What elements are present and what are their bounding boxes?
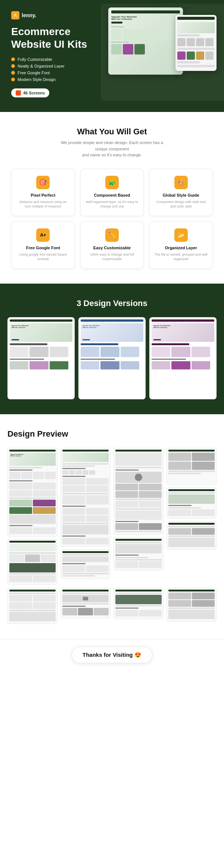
customize-icon: ✏️ — [105, 228, 119, 242]
preview-col-1: Upgrade Your WardrobeWith Our Collection — [7, 448, 57, 585]
badge-count: 46 Screens — [23, 91, 45, 95]
bullet-icon — [11, 64, 15, 68]
preview-screen-2 — [60, 448, 111, 547]
feature-card-layer: 📂 Organized Layer The file is named, gro… — [149, 221, 213, 269]
feature-desc: Well organized layer, so it's easy to ch… — [85, 200, 139, 209]
versions-section: 3 Design Versions Upgrade Your WardrobeW… — [0, 284, 224, 414]
feature-title: Pixel Perfect — [16, 193, 70, 197]
preview-screen-6 — [60, 549, 111, 579]
preview-col-2 — [60, 448, 111, 585]
preview-screen-12 — [113, 588, 164, 619]
hero-title: EcommerceWebsite UI Kits — [11, 25, 93, 50]
features-grid: 🎯 Pixel Perfect Distance and measure usi… — [11, 169, 213, 269]
preview-screen-4 — [167, 448, 217, 485]
preview-col-6 — [60, 588, 111, 624]
layer-icon: 📂 — [174, 228, 188, 242]
versions-grid: Upgrade Your WardrobeWith Our Collection — [7, 317, 217, 399]
pixel-icon: 🎯 — [36, 176, 50, 189]
feature-card-customize: ✏️ Easy Customizable 100% easy to change… — [80, 221, 144, 269]
preview-col-3 — [113, 448, 164, 585]
feature-title: Global Style Guide — [154, 193, 208, 197]
component-icon: 🧩 — [105, 176, 119, 189]
version-preview-1: Upgrade Your WardrobeWith Our Collection — [7, 317, 75, 399]
feature-title: Component Based — [85, 193, 139, 197]
version-preview-3: Upgrade Your WardrobeWith Our Collection — [149, 317, 217, 399]
feature-desc: Distance and measure using an icon multi… — [16, 200, 70, 209]
mockup-main-card: Upgrade Your WardrobeWith Our Collection… — [108, 7, 183, 75]
thanks-badge: Thanks for Visiting 😍 — [72, 647, 152, 663]
figma-icon — [16, 90, 21, 96]
preview-screen-11 — [60, 588, 111, 618]
preview-col-7 — [113, 588, 164, 624]
preview-col-8 — [167, 588, 217, 624]
font-icon: A+ — [36, 228, 50, 242]
feature-title: Free Google Font — [16, 246, 70, 250]
feature-title: Organized Layer — [154, 246, 208, 250]
preview-screen-5 — [7, 539, 57, 585]
logo-text: lenny. — [22, 12, 36, 18]
mockup-popular — [111, 44, 180, 54]
design-preview-section: Design Preview Upgrade Your WardrobeWith… — [0, 414, 224, 639]
preview-grid: Upgrade Your WardrobeWith Our Collection — [7, 448, 217, 585]
feature-desc: The file is named, grouped and well orga… — [154, 252, 208, 262]
feature-card-style: 🎨 Global Style Guide Component design wi… — [149, 169, 213, 216]
preview-col-4 — [167, 448, 217, 585]
feature-card-pixel: 🎯 Pixel Perfect Distance and measure usi… — [11, 169, 75, 216]
preview-screen-8 — [167, 487, 217, 519]
mockup-nav — [111, 10, 180, 13]
preview-screen-3 — [113, 448, 164, 535]
bullet-icon — [11, 71, 15, 75]
mockup-products — [111, 29, 180, 40]
what-you-get-subtitle: We provide simple and clean design. Each… — [56, 140, 168, 158]
feature-card-font: A+ Free Google Font Using google font na… — [11, 221, 75, 269]
footer: Thanks for Visiting 😍 — [0, 639, 224, 671]
design-preview-title: Design Preview — [7, 429, 217, 439]
bullet-icon — [11, 57, 15, 61]
thanks-text: Thanks for Visiting 😍 — [83, 652, 141, 658]
preview-screen-10 — [7, 588, 57, 624]
preview-col-5 — [7, 588, 57, 624]
mockup-side-card — [175, 15, 217, 71]
feature-desc: Using google font named Space Grotesk — [16, 252, 70, 262]
bullet-icon — [11, 78, 15, 81]
feature-title: Easy Customizable — [85, 246, 139, 250]
feature-desc: Component design with style tool and col… — [154, 200, 208, 209]
mockup-cta — [111, 22, 122, 24]
preview-screen-1: Upgrade Your WardrobeWith Our Collection — [7, 448, 57, 537]
hero-mockup: Upgrade Your WardrobeWith Our Collection… — [101, 4, 224, 101]
feature-desc: 100% easy to change and full customizabl… — [85, 252, 139, 262]
versions-title: 3 Design Versions — [7, 299, 217, 308]
logo-icon — [11, 11, 19, 19]
what-you-get-title: What You Will Get — [11, 127, 213, 137]
version-preview-2: Upgrade Your WardrobeWith Our Collection — [78, 317, 146, 399]
style-icon: 🎨 — [174, 176, 188, 189]
preview-screen-13 — [167, 588, 217, 622]
preview-grid-2 — [7, 588, 217, 624]
hero-section: lenny. EcommerceWebsite UI Kits Fully Cu… — [0, 0, 224, 112]
preview-screen-7 — [113, 537, 164, 571]
screens-badge: 46 Screens — [11, 88, 49, 97]
feature-card-component: 🧩 Component Based Well organized layer, … — [80, 169, 144, 216]
what-you-get-section: What You Will Get We provide simple and … — [0, 112, 224, 284]
preview-screen-9 — [167, 521, 217, 550]
